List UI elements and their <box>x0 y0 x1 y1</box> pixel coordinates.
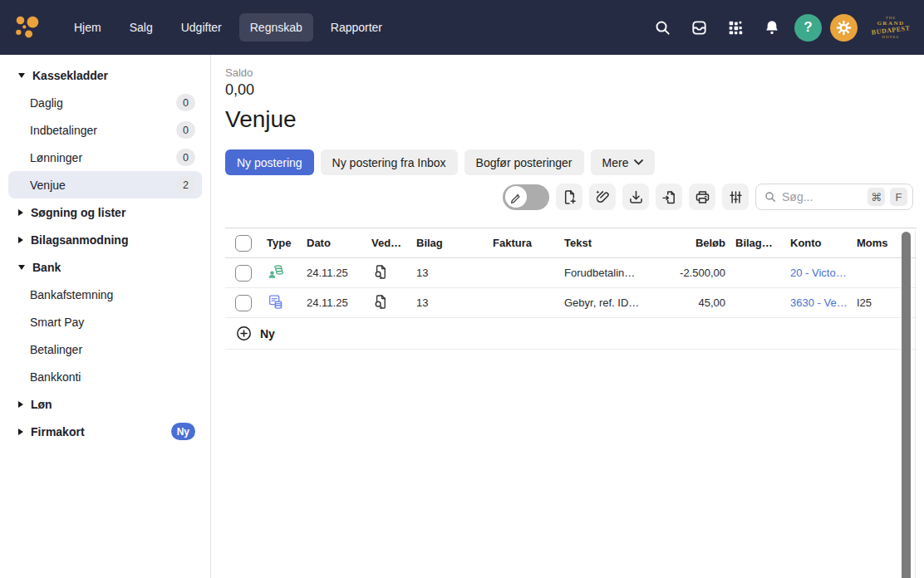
paperclip-sparkle-icon <box>594 189 612 206</box>
attachment-preview-icon[interactable] <box>371 263 389 281</box>
app-logo-icon[interactable] <box>13 13 42 42</box>
cell-beloeb: -2.500,00 <box>667 267 730 279</box>
konto-link[interactable]: 20 - Victo… <box>790 267 847 279</box>
new-entry-button[interactable]: Ny <box>225 318 917 350</box>
sidebar-item-smart-pay[interactable]: Smart Pay <box>8 308 202 336</box>
sidebar-section-kassekladder[interactable]: Kassekladder <box>8 61 202 89</box>
cell-bilag: 13 <box>411 267 488 279</box>
sidebar-item-bankkonti[interactable]: Bankkonti <box>8 363 202 390</box>
apps-grid-icon[interactable] <box>721 13 750 42</box>
vertical-scrollbar[interactable] <box>902 232 911 578</box>
col-vedhaeftning[interactable]: Ved… <box>366 237 411 249</box>
table-header-row: Type Dato Ved… Bilag Faktura Tekst Beløb… <box>225 228 917 258</box>
row-checkbox[interactable] <box>235 295 252 311</box>
sidebar-section-loen[interactable]: Løn <box>8 390 202 418</box>
sidebar-item-indbetalinger[interactable]: Indbetalinger 0 <box>8 116 202 144</box>
count-badge: 0 <box>176 149 195 166</box>
content-right-border <box>915 230 916 578</box>
file-export-icon <box>661 189 678 206</box>
type-icon-fee <box>267 292 285 311</box>
caret-down-icon <box>18 265 25 270</box>
export-document-button[interactable] <box>656 184 682 210</box>
col-dato[interactable]: Dato <box>302 237 366 249</box>
printer-icon <box>694 189 711 206</box>
settings-button[interactable] <box>830 14 858 42</box>
cell-tekst: Forudbetalin… <box>559 267 667 279</box>
sidebar-section-bank[interactable]: Bank <box>8 253 202 281</box>
select-all-checkbox[interactable] <box>235 235 252 252</box>
sidebar-item-loenninger[interactable]: Lønninger 0 <box>8 144 202 171</box>
col-faktura[interactable]: Faktura <box>488 237 559 249</box>
company-logo[interactable]: THE GRAND BUDAPEST HOTEL <box>869 16 912 40</box>
attachment-preview-icon[interactable] <box>371 293 389 311</box>
new-posting-button[interactable]: Ny postering <box>225 149 314 175</box>
sidebar-item-bankafstemning[interactable]: Bankafstemning <box>8 281 202 308</box>
konto-link[interactable]: 3630 - Ve… <box>790 296 848 309</box>
cell-beloeb: 45,00 <box>667 296 730 309</box>
notifications-bell-icon[interactable] <box>758 13 786 42</box>
nav-item-regnskab[interactable]: Regnskab <box>239 13 313 42</box>
col-type[interactable]: Type <box>262 237 302 249</box>
chevron-down-icon <box>634 159 643 165</box>
table-toolbar: ⌘ F <box>225 184 913 210</box>
download-button[interactable] <box>622 184 649 210</box>
table-row[interactable]: 24.11.25 13 Forudbetalin… -2.500,00 20 -… <box>225 258 917 288</box>
caret-right-icon <box>18 401 23 408</box>
col-konto[interactable]: Konto <box>785 237 852 249</box>
edit-mode-toggle[interactable] <box>503 184 549 210</box>
search-icon <box>764 190 777 203</box>
more-button[interactable]: Mere <box>591 149 656 175</box>
pencil-icon <box>509 191 522 203</box>
nav-item-hjem[interactable]: Hjem <box>63 13 112 42</box>
saldo-label: Saldo <box>225 66 924 79</box>
caret-right-icon <box>18 209 23 216</box>
sidebar-section-soegning-og-lister[interactable]: Søgning og lister <box>8 198 202 226</box>
table-search: ⌘ F <box>755 184 913 210</box>
new-document-button[interactable] <box>556 184 582 210</box>
nav-item-salg[interactable]: Salg <box>119 13 164 42</box>
new-posting-from-inbox-button[interactable]: Ny postering fra Inbox <box>321 149 458 175</box>
sidebar-section-firmakort[interactable]: Firmakort Ny <box>8 418 202 445</box>
col-tekst[interactable]: Tekst <box>559 237 667 249</box>
page-title: Venjue <box>225 106 924 133</box>
sidebar-item-betalinger[interactable]: Betalinger <box>8 336 202 363</box>
inbox-icon[interactable] <box>685 13 713 42</box>
nav-item-rapporter[interactable]: Rapporter <box>320 13 393 42</box>
sidebar-section-bilagsanmodning[interactable]: Bilagsanmodning <box>8 226 202 253</box>
topbar: Hjem Salg Udgifter Regnskab Rapporter <box>0 0 924 55</box>
count-badge: 0 <box>176 94 195 111</box>
nav-item-udgifter[interactable]: Udgifter <box>170 13 233 42</box>
search-icon[interactable] <box>648 13 676 42</box>
caret-right-icon <box>18 237 23 243</box>
filter-columns-button[interactable] <box>722 184 749 210</box>
plus-circle-icon <box>235 325 253 342</box>
print-button[interactable] <box>689 184 715 210</box>
col-bilag[interactable]: Bilag <box>411 237 488 249</box>
help-button[interactable]: ? <box>794 14 822 42</box>
sidebar: Kassekladder Daglig 0 Indbetalinger 0 Lø… <box>0 55 211 578</box>
question-mark-icon: ? <box>804 19 812 36</box>
saldo-value: 0,00 <box>225 81 924 99</box>
caret-down-icon <box>18 73 25 78</box>
caret-right-icon <box>18 429 23 435</box>
action-buttons: Ny postering Ny postering fra Inbox Bogf… <box>225 149 924 175</box>
cell-tekst: Gebyr, ref. ID… <box>559 296 667 309</box>
download-icon <box>627 189 645 206</box>
table-row[interactable]: 24.11.25 13 Gebyr, ref. ID… 45,00 3630 -… <box>225 288 917 318</box>
col-moms[interactable]: Moms <box>852 237 900 249</box>
cell-bilag: 13 <box>411 296 488 309</box>
main-nav: Hjem Salg Udgifter Regnskab Rapporter <box>63 13 393 42</box>
col-beloeb[interactable]: Beløb <box>667 237 730 249</box>
count-badge: 2 <box>176 176 195 193</box>
sidebar-item-venjue[interactable]: Venjue 2 <box>8 171 202 198</box>
sidebar-item-daglig[interactable]: Daglig 0 <box>8 89 202 116</box>
search-input[interactable] <box>782 190 863 203</box>
f-key-badge: F <box>890 188 907 206</box>
post-entries-button[interactable]: Bogfør posteringer <box>464 149 584 175</box>
gear-icon <box>835 19 853 37</box>
attach-file-button[interactable] <box>589 184 616 210</box>
type-icon-customer-payment <box>267 262 285 281</box>
postings-table: Type Dato Ved… Bilag Faktura Tekst Beløb… <box>225 228 917 350</box>
row-checkbox[interactable] <box>235 265 252 282</box>
col-bilag2[interactable]: Bilag… <box>730 237 785 249</box>
